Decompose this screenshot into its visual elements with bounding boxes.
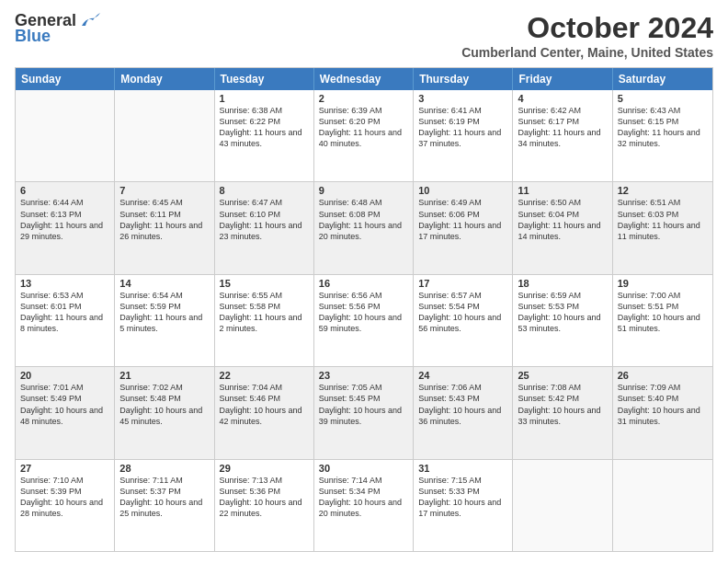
daylight: Daylight: 10 hours and 17 minutes. <box>418 498 501 518</box>
sunset: Sunset: 6:06 PM <box>418 210 480 219</box>
day-info: Sunrise: 6:51 AMSunset: 6:03 PMDaylight:… <box>618 197 708 242</box>
table-row: 31Sunrise: 7:15 AMSunset: 5:33 PMDayligh… <box>414 460 513 551</box>
table-row: 26Sunrise: 7:09 AMSunset: 5:40 PMDayligh… <box>613 367 712 458</box>
sunset: Sunset: 5:40 PM <box>618 394 679 403</box>
day-info: Sunrise: 6:54 AMSunset: 5:59 PMDaylight:… <box>119 290 209 335</box>
header-sunday: Sunday <box>16 68 115 90</box>
sunset: Sunset: 5:58 PM <box>220 302 281 311</box>
daylight: Daylight: 11 hours and 2 minutes. <box>220 313 302 333</box>
sunset: Sunset: 6:17 PM <box>518 117 579 126</box>
logo: General Blue <box>15 11 100 46</box>
sunset: Sunset: 5:36 PM <box>220 487 281 496</box>
day-number: 1 <box>220 93 309 104</box>
day-info: Sunrise: 7:13 AMSunset: 5:36 PMDaylight:… <box>220 475 309 520</box>
sunset: Sunset: 6:19 PM <box>418 117 480 126</box>
sunrise: Sunrise: 6:44 AM <box>20 198 84 207</box>
table-row: 7Sunrise: 6:45 AMSunset: 6:11 PMDaylight… <box>115 182 214 273</box>
table-row: 20Sunrise: 7:01 AMSunset: 5:49 PMDayligh… <box>16 367 115 458</box>
table-row: 22Sunrise: 7:04 AMSunset: 5:46 PMDayligh… <box>215 367 314 458</box>
sunrise: Sunrise: 7:00 AM <box>618 291 681 300</box>
sunset: Sunset: 5:51 PM <box>618 302 679 311</box>
daylight: Daylight: 10 hours and 28 minutes. <box>20 498 103 518</box>
daylight: Daylight: 10 hours and 33 minutes. <box>518 406 600 426</box>
calendar-week-2: 6Sunrise: 6:44 AMSunset: 6:13 PMDaylight… <box>16 181 712 273</box>
day-info: Sunrise: 6:44 AMSunset: 6:13 PMDaylight:… <box>20 197 109 242</box>
table-row: 18Sunrise: 6:59 AMSunset: 5:53 PMDayligh… <box>513 275 612 366</box>
daylight: Daylight: 10 hours and 20 minutes. <box>319 498 402 518</box>
calendar-week-1: 1Sunrise: 6:38 AMSunset: 6:22 PMDaylight… <box>16 90 712 181</box>
table-row: 30Sunrise: 7:14 AMSunset: 5:34 PMDayligh… <box>314 460 414 551</box>
table-row <box>115 90 214 181</box>
sunset: Sunset: 5:42 PM <box>518 394 579 403</box>
day-number: 31 <box>418 463 507 474</box>
day-number: 5 <box>618 93 708 104</box>
day-info: Sunrise: 7:15 AMSunset: 5:33 PMDaylight:… <box>418 475 507 520</box>
day-info: Sunrise: 7:05 AMSunset: 5:45 PMDaylight:… <box>319 382 408 427</box>
sunrise: Sunrise: 6:53 AM <box>20 291 84 300</box>
sunset: Sunset: 6:01 PM <box>20 302 82 311</box>
day-info: Sunrise: 7:01 AMSunset: 5:49 PMDaylight:… <box>20 382 109 427</box>
sunrise: Sunrise: 6:38 AM <box>220 106 283 115</box>
day-number: 24 <box>418 370 507 381</box>
sunrise: Sunrise: 7:13 AM <box>220 476 283 485</box>
daylight: Daylight: 10 hours and 22 minutes. <box>220 498 302 518</box>
day-info: Sunrise: 6:45 AMSunset: 6:11 PMDaylight:… <box>119 197 209 242</box>
sunset: Sunset: 6:20 PM <box>319 117 381 126</box>
daylight: Daylight: 10 hours and 53 minutes. <box>518 313 600 333</box>
daylight: Daylight: 10 hours and 45 minutes. <box>119 406 202 426</box>
table-row <box>613 460 712 551</box>
sunrise: Sunrise: 6:57 AM <box>418 291 482 300</box>
header-tuesday: Tuesday <box>215 68 314 90</box>
day-info: Sunrise: 7:08 AMSunset: 5:42 PMDaylight:… <box>518 382 607 427</box>
header: General Blue October 2024 Cumberland Cen… <box>15 11 713 60</box>
header-wednesday: Wednesday <box>314 68 414 90</box>
table-row: 27Sunrise: 7:10 AMSunset: 5:39 PMDayligh… <box>16 460 115 551</box>
table-row: 23Sunrise: 7:05 AMSunset: 5:45 PMDayligh… <box>314 367 414 458</box>
sunset: Sunset: 6:04 PM <box>518 210 579 219</box>
sunrise: Sunrise: 6:48 AM <box>319 198 382 207</box>
header-monday: Monday <box>115 68 214 90</box>
daylight: Daylight: 11 hours and 43 minutes. <box>220 128 302 148</box>
month-title: October 2024 <box>461 11 713 45</box>
day-info: Sunrise: 6:39 AMSunset: 6:20 PMDaylight:… <box>319 105 408 150</box>
sunrise: Sunrise: 7:02 AM <box>119 383 183 392</box>
table-row: 15Sunrise: 6:55 AMSunset: 5:58 PMDayligh… <box>215 275 314 366</box>
daylight: Daylight: 11 hours and 37 minutes. <box>418 128 501 148</box>
day-info: Sunrise: 7:11 AMSunset: 5:37 PMDaylight:… <box>119 475 209 520</box>
day-info: Sunrise: 6:38 AMSunset: 6:22 PMDaylight:… <box>220 105 309 150</box>
day-number: 11 <box>518 185 607 196</box>
day-number: 7 <box>119 185 209 196</box>
day-number: 27 <box>20 463 109 474</box>
day-number: 10 <box>418 185 507 196</box>
day-number: 26 <box>618 370 708 381</box>
day-number: 21 <box>119 370 209 381</box>
daylight: Daylight: 10 hours and 59 minutes. <box>319 313 402 333</box>
day-number: 15 <box>220 278 309 289</box>
daylight: Daylight: 11 hours and 14 minutes. <box>518 221 600 241</box>
day-info: Sunrise: 6:53 AMSunset: 6:01 PMDaylight:… <box>20 290 109 335</box>
day-number: 6 <box>20 185 109 196</box>
day-number: 20 <box>20 370 109 381</box>
table-row: 3Sunrise: 6:41 AMSunset: 6:19 PMDaylight… <box>414 90 513 181</box>
sunset: Sunset: 6:22 PM <box>220 117 281 126</box>
sunrise: Sunrise: 6:54 AM <box>119 291 183 300</box>
calendar-header: Sunday Monday Tuesday Wednesday Thursday… <box>16 68 712 90</box>
daylight: Daylight: 11 hours and 26 minutes. <box>119 221 202 241</box>
daylight: Daylight: 11 hours and 11 minutes. <box>618 221 700 241</box>
daylight: Daylight: 11 hours and 20 minutes. <box>319 221 402 241</box>
table-row: 5Sunrise: 6:43 AMSunset: 6:15 PMDaylight… <box>613 90 712 181</box>
day-info: Sunrise: 6:55 AMSunset: 5:58 PMDaylight:… <box>220 290 309 335</box>
sunrise: Sunrise: 7:04 AM <box>220 383 283 392</box>
sunset: Sunset: 6:10 PM <box>220 210 281 219</box>
daylight: Daylight: 11 hours and 29 minutes. <box>20 221 103 241</box>
day-number: 23 <box>319 370 408 381</box>
sunrise: Sunrise: 6:39 AM <box>319 106 382 115</box>
day-info: Sunrise: 7:00 AMSunset: 5:51 PMDaylight:… <box>618 290 708 335</box>
day-info: Sunrise: 7:10 AMSunset: 5:39 PMDaylight:… <box>20 475 109 520</box>
sunset: Sunset: 6:08 PM <box>319 210 381 219</box>
header-thursday: Thursday <box>414 68 513 90</box>
daylight: Daylight: 10 hours and 42 minutes. <box>220 406 302 426</box>
table-row: 16Sunrise: 6:56 AMSunset: 5:56 PMDayligh… <box>314 275 414 366</box>
sunset: Sunset: 5:43 PM <box>418 394 480 403</box>
day-number: 8 <box>220 185 309 196</box>
